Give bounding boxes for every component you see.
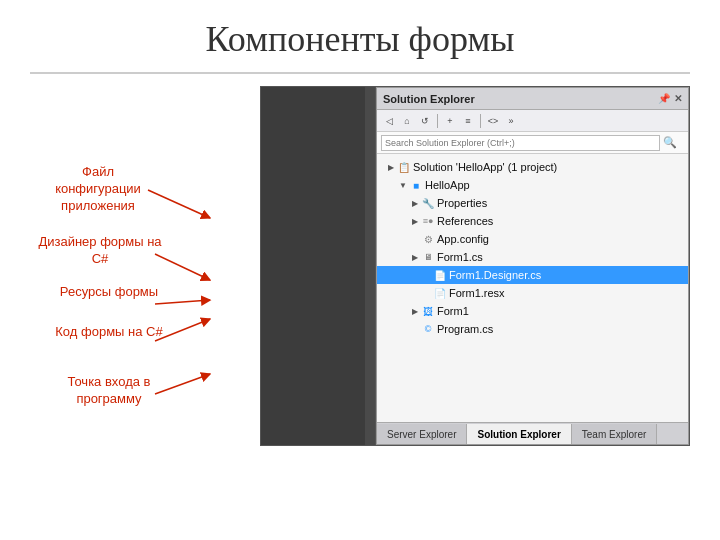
solution-explorer-panel: Solution Explorer 📌 ✕ ◁ ⌂ ↺ + ≡ <> » 🔍 — [376, 87, 689, 445]
icon-form1: 🖼 — [421, 304, 435, 318]
tree-item-programcs[interactable]: ▶ © Program.cs — [377, 320, 688, 338]
annotation-designer: Дизайнер формы на C# — [30, 234, 170, 268]
icon-appconfig: ⚙ — [421, 232, 435, 246]
title-divider — [30, 72, 690, 74]
tree-item-form1resx[interactable]: ▶ 📄 Form1.resx — [377, 284, 688, 302]
label-solution: Solution 'HelloApp' (1 project) — [413, 161, 557, 173]
toolbar-home[interactable]: ⌂ — [399, 113, 415, 129]
icon-form1designer: 📄 — [433, 268, 447, 282]
icon-helloapp: ■ — [409, 178, 423, 192]
tree-item-references[interactable]: ▶ ≡● References — [377, 212, 688, 230]
toolbar-refresh[interactable]: ↺ — [417, 113, 433, 129]
toolbar-divider1 — [437, 114, 438, 128]
label-properties: Properties — [437, 197, 487, 209]
arrow-form1: ▶ — [409, 305, 421, 317]
ide-container: Solution Explorer 📌 ✕ ◁ ⌂ ↺ + ≡ <> » 🔍 — [260, 86, 690, 446]
icon-programcs: © — [421, 322, 435, 336]
editor-scrollbar[interactable] — [365, 87, 375, 445]
label-appconfig: App.config — [437, 233, 489, 245]
label-references: References — [437, 215, 493, 227]
arrow-helloapp: ▼ — [397, 179, 409, 191]
arrow-references: ▶ — [409, 215, 421, 227]
se-title-icons: 📌 ✕ — [658, 93, 682, 104]
annotation-code: Код формы на C# — [44, 324, 174, 341]
toolbar-props[interactable]: ≡ — [460, 113, 476, 129]
annotations-panel: Файл конфигурации приложения Дизайнер фо… — [30, 86, 250, 486]
label-form1resx: Form1.resx — [449, 287, 505, 299]
pin-icon[interactable]: 📌 — [658, 93, 670, 104]
toolbar-code[interactable]: <> — [485, 113, 501, 129]
se-title-label: Solution Explorer — [383, 93, 475, 105]
page-title: Компоненты формы — [0, 0, 720, 72]
se-search-input[interactable] — [381, 135, 660, 151]
toolbar-back[interactable]: ◁ — [381, 113, 397, 129]
toolbar-new[interactable]: + — [442, 113, 458, 129]
icon-references: ≡● — [421, 214, 435, 228]
label-programcs: Program.cs — [437, 323, 493, 335]
arrow-form1cs: ▶ — [409, 251, 421, 263]
tree-item-form1[interactable]: ▶ 🖼 Form1 — [377, 302, 688, 320]
tree-item-solution[interactable]: ▶ 📋 Solution 'HelloApp' (1 project) — [377, 158, 688, 176]
search-icon[interactable]: 🔍 — [662, 135, 678, 151]
label-form1designer: Form1.Designer.cs — [449, 269, 541, 281]
icon-form1cs: 🖥 — [421, 250, 435, 264]
se-search-bar: 🔍 — [377, 132, 688, 154]
se-tree: ▶ 📋 Solution 'HelloApp' (1 project) ▼ ■ … — [377, 154, 688, 342]
arrow-properties: ▶ — [409, 197, 421, 209]
se-toolbar: ◁ ⌂ ↺ + ≡ <> » — [377, 110, 688, 132]
icon-solution: 📋 — [397, 160, 411, 174]
se-bottom-tabs: Server Explorer Solution Explorer Team E… — [377, 422, 688, 444]
main-content: Файл конфигурации приложения Дизайнер фо… — [0, 86, 720, 486]
tab-server-explorer[interactable]: Server Explorer — [377, 424, 467, 444]
annotation-resources: Ресурсы формы — [44, 284, 174, 301]
label-form1: Form1 — [437, 305, 469, 317]
arrow-solution: ▶ — [385, 161, 397, 173]
label-helloapp: HelloApp — [425, 179, 470, 191]
annotation-config: Файл конфигурации приложения — [38, 164, 158, 215]
toolbar-divider2 — [480, 114, 481, 128]
close-icon[interactable]: ✕ — [674, 93, 682, 104]
editor-area — [261, 87, 376, 445]
tree-item-form1designer[interactable]: ▶ 📄 Form1.Designer.cs — [377, 266, 688, 284]
label-form1cs: Form1.cs — [437, 251, 483, 263]
icon-properties: 🔧 — [421, 196, 435, 210]
tab-solution-explorer[interactable]: Solution Explorer — [467, 424, 571, 444]
tab-team-explorer[interactable]: Team Explorer — [572, 424, 657, 444]
se-titlebar: Solution Explorer 📌 ✕ — [377, 88, 688, 110]
tree-item-properties[interactable]: ▶ 🔧 Properties — [377, 194, 688, 212]
tree-item-appconfig[interactable]: ▶ ⚙ App.config — [377, 230, 688, 248]
toolbar-more[interactable]: » — [503, 113, 519, 129]
tree-item-form1cs[interactable]: ▶ 🖥 Form1.cs — [377, 248, 688, 266]
tree-item-helloapp[interactable]: ▼ ■ HelloApp — [377, 176, 688, 194]
annotation-entry: Точка входа в программу — [44, 374, 174, 408]
icon-form1resx: 📄 — [433, 286, 447, 300]
